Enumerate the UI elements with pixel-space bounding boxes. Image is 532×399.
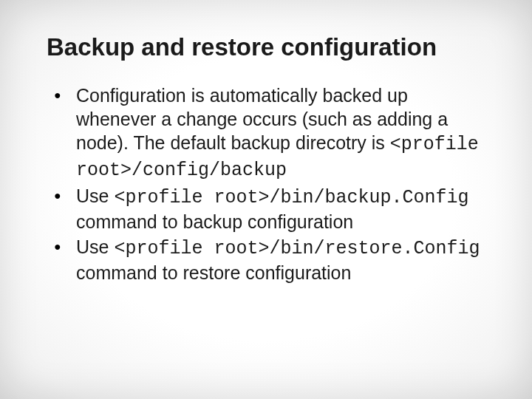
bullet-text: Use <box>76 185 114 206</box>
bullet-text: Use <box>76 236 114 257</box>
code-text: <profile root>/bin/restore.Config <box>114 238 480 259</box>
list-item: Use <profile root>/bin/backup.Config com… <box>54 184 484 233</box>
list-item: Configuration is automatically backed up… <box>54 83 484 183</box>
slide: Backup and restore configuration Configu… <box>0 0 532 399</box>
code-text: <profile root>/bin/backup.Config <box>114 187 468 208</box>
list-item: Use <profile root>/bin/restore.Config co… <box>54 235 484 284</box>
bullet-text: command to backup configuration <box>76 211 353 232</box>
bullet-list: Configuration is automatically backed up… <box>41 83 491 284</box>
slide-title: Backup and restore configuration <box>47 33 491 61</box>
bullet-text: command to restore configuration <box>76 262 351 283</box>
